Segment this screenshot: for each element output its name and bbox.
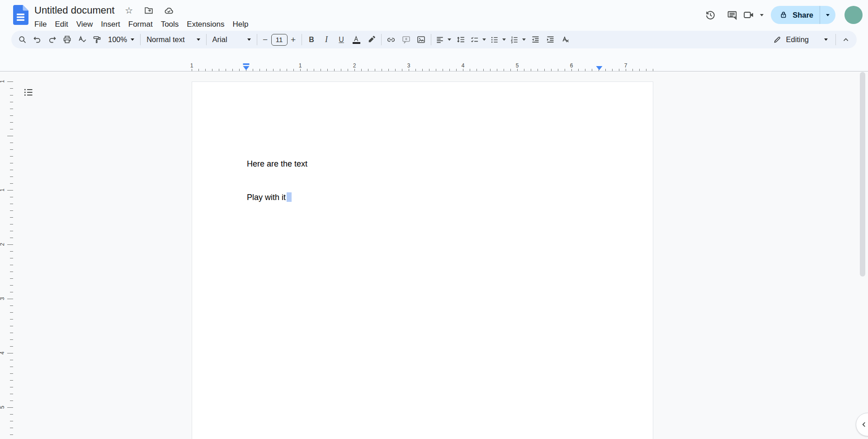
insert-image-button[interactable] xyxy=(414,32,429,47)
title-block: Untitled document ☆ File Edit xyxy=(34,4,252,30)
insert-link-button[interactable] xyxy=(384,32,399,47)
version-history-icon xyxy=(705,10,716,21)
bulleted-list-button[interactable] xyxy=(488,32,508,47)
ruler-label: 1 xyxy=(297,63,303,69)
share-button[interactable]: Share xyxy=(771,6,835,24)
menu-view[interactable]: View xyxy=(72,19,97,30)
chevron-up-icon xyxy=(841,35,850,44)
meet-caret-icon[interactable] xyxy=(760,14,764,16)
header-actions: Share xyxy=(699,5,863,25)
right-indent-marker[interactable] xyxy=(596,63,603,71)
meet-button[interactable] xyxy=(743,9,764,21)
checklist-button[interactable] xyxy=(468,32,488,47)
cloud-check-icon xyxy=(164,5,174,16)
italic-button[interactable]: I xyxy=(319,32,334,47)
toolbar-separator xyxy=(431,34,431,45)
video-camera-icon xyxy=(743,9,755,21)
ruler-label: 3 xyxy=(0,297,5,301)
horizontal-ruler[interactable]: 11234567 xyxy=(0,63,868,72)
highlight-color-button[interactable] xyxy=(364,32,379,47)
side-panel-expand-button[interactable] xyxy=(856,413,868,436)
document-page[interactable]: Here are the text Play with it xyxy=(192,81,653,439)
decrease-indent-button[interactable] xyxy=(528,32,543,47)
zoom-select[interactable]: 100% xyxy=(104,32,138,47)
menu-edit[interactable]: Edit xyxy=(51,19,72,30)
cloud-status-icon[interactable] xyxy=(163,5,174,16)
ruler-label: 5 xyxy=(0,406,5,409)
left-indent-marker[interactable] xyxy=(243,63,250,71)
menu-file[interactable]: File xyxy=(34,19,51,30)
increase-font-size-button[interactable]: + xyxy=(288,32,299,47)
mode-label: Editing xyxy=(786,35,809,44)
undo-button[interactable] xyxy=(30,32,45,47)
doc-line-2-text: Play with it xyxy=(247,193,286,202)
comments-icon xyxy=(726,10,738,21)
redo-button[interactable] xyxy=(45,32,60,47)
print-button[interactable] xyxy=(60,32,75,47)
open-comments-button[interactable] xyxy=(721,4,743,26)
toolbar-right: Editing xyxy=(768,32,853,47)
zoom-value: 100% xyxy=(108,35,127,44)
align-button[interactable] xyxy=(434,32,453,47)
ruler-label: 2 xyxy=(352,63,358,69)
toolbar-separator xyxy=(835,34,836,45)
menu-tools[interactable]: Tools xyxy=(157,19,183,30)
font-value: Arial xyxy=(212,35,227,44)
add-comment-icon xyxy=(401,35,411,44)
move-folder-button[interactable] xyxy=(143,5,154,16)
docs-logo[interactable] xyxy=(13,5,28,25)
font-size-input[interactable] xyxy=(271,34,288,46)
vertical-scrollbar-thumb[interactable] xyxy=(860,72,865,277)
ruler-label: 1 xyxy=(189,63,195,69)
increase-indent-button[interactable] xyxy=(543,32,558,47)
clear-formatting-button[interactable] xyxy=(558,32,573,47)
paint-format-button[interactable] xyxy=(90,32,104,47)
document-title[interactable]: Untitled document xyxy=(34,5,114,16)
version-history-button[interactable] xyxy=(699,4,721,26)
clear-formatting-icon xyxy=(561,35,570,44)
add-comment-button[interactable] xyxy=(399,32,414,47)
paint-roller-icon xyxy=(92,35,102,44)
share-main[interactable]: Share xyxy=(771,6,820,24)
vertical-ruler[interactable]: 112345 xyxy=(0,72,14,439)
menu-format[interactable]: Format xyxy=(124,19,157,30)
ruler-label: 2 xyxy=(0,243,5,246)
text-color-button[interactable] xyxy=(349,32,364,47)
text-color-icon xyxy=(353,36,360,44)
menu-help[interactable]: Help xyxy=(228,19,252,30)
avatar[interactable] xyxy=(844,6,863,24)
chevron-down-icon xyxy=(131,38,134,41)
chevron-down-icon xyxy=(247,38,251,41)
menu-insert[interactable]: Insert xyxy=(97,19,124,30)
chevron-left-icon xyxy=(860,420,868,429)
font-select[interactable]: Arial xyxy=(209,32,255,47)
spelling-check-button[interactable] xyxy=(75,32,90,47)
docs-icon xyxy=(13,5,28,25)
line-spacing-button[interactable] xyxy=(453,32,468,47)
lock-icon xyxy=(779,10,788,19)
bold-button[interactable]: B xyxy=(304,32,319,47)
toolbar-separator xyxy=(302,34,302,45)
ruler-label: 3 xyxy=(406,63,412,69)
menu-extensions[interactable]: Extensions xyxy=(183,19,228,30)
styles-select[interactable]: Normal text xyxy=(143,32,203,47)
numbered-list-button[interactable] xyxy=(508,32,528,47)
ruler-label: 7 xyxy=(623,63,629,69)
ruler-label: 1 xyxy=(0,80,5,83)
toolbar: 100% Normal text Arial − + B I U xyxy=(11,31,857,48)
star-button[interactable]: ☆ xyxy=(123,5,134,16)
menubar: File Edit View Insert Format Tools Exten… xyxy=(34,19,252,30)
document-text: Here are the text Play with it xyxy=(247,136,307,225)
chevron-down-icon xyxy=(197,38,200,41)
underline-button[interactable]: U xyxy=(334,32,349,47)
document-outline-button[interactable] xyxy=(21,85,36,100)
link-icon xyxy=(386,35,396,45)
hide-menus-button[interactable] xyxy=(838,32,853,47)
decrease-font-size-button[interactable]: − xyxy=(259,32,271,47)
decrease-indent-icon xyxy=(531,35,540,44)
editing-mode-button[interactable]: Editing xyxy=(768,32,833,47)
share-caret-button[interactable] xyxy=(820,6,835,24)
line-spacing-icon xyxy=(456,35,466,44)
search-menus-button[interactable] xyxy=(15,32,30,47)
numbered-list-icon xyxy=(510,35,519,44)
